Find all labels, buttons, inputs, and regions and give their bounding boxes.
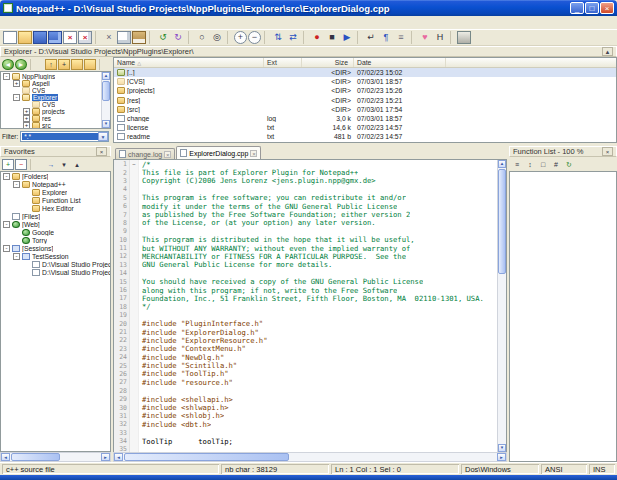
scrollbar-thumb[interactable] bbox=[102, 81, 110, 101]
function-list-item[interactable] bbox=[510, 173, 616, 182]
toolbar-separator[interactable] bbox=[149, 31, 153, 44]
link-icon[interactable]: → bbox=[45, 159, 57, 170]
code-line[interactable]: 3 Copyright (C)2006 Jens Lorenz <jens.pl… bbox=[114, 177, 497, 185]
fold-marker-icon[interactable] bbox=[130, 319, 139, 327]
undo-icon[interactable]: ↺ bbox=[156, 31, 170, 44]
copy-icon[interactable] bbox=[117, 31, 131, 44]
function-list-item[interactable] bbox=[510, 259, 616, 268]
title-bar[interactable]: Notepad++ - D:\Visual Studio Projects\Np… bbox=[0, 0, 617, 16]
toolbar-separator[interactable] bbox=[227, 31, 231, 44]
tree-expander-icon[interactable]: - bbox=[13, 253, 20, 260]
save-icon[interactable] bbox=[33, 31, 47, 44]
toolbar-separator[interactable] bbox=[95, 31, 99, 44]
fold-marker-icon[interactable] bbox=[130, 277, 139, 285]
code-line[interactable]: 34 ToolTip toolTip; bbox=[114, 437, 497, 445]
macro-stop-icon[interactable]: ■ bbox=[325, 31, 339, 44]
editor-horizontal-scrollbar[interactable]: ◄ ► bbox=[113, 452, 507, 462]
favorites-item[interactable]: - [Sessions] bbox=[1, 244, 110, 252]
up-folder-icon[interactable]: ↑ bbox=[45, 59, 57, 70]
macro-record-icon[interactable]: ● bbox=[310, 31, 324, 44]
function-list-item[interactable] bbox=[510, 182, 616, 191]
favorites-item[interactable]: Explorer bbox=[1, 188, 110, 196]
column-header[interactable]: Name △ bbox=[114, 58, 264, 67]
fold-marker-icon[interactable] bbox=[130, 294, 139, 302]
favorites-item[interactable]: Google bbox=[1, 228, 110, 236]
folder-tree-item[interactable]: - NppPlugins bbox=[1, 73, 101, 80]
scroll-down-icon[interactable]: ▼ bbox=[498, 444, 506, 452]
reload-icon[interactable]: ↻ bbox=[563, 159, 575, 170]
zoom-out-icon[interactable]: − bbox=[248, 31, 261, 44]
folder-tree-item[interactable]: + res bbox=[1, 115, 101, 122]
toolbar-separator[interactable] bbox=[411, 31, 415, 44]
fold-marker-icon[interactable] bbox=[130, 252, 139, 260]
fold-marker-icon[interactable] bbox=[130, 387, 139, 395]
code-line[interactable]: 27 #include "resource.h" bbox=[114, 378, 497, 386]
zoom-in-icon[interactable]: + bbox=[234, 31, 247, 44]
document-tab[interactable]: change.log × bbox=[115, 148, 175, 159]
function-list-item[interactable] bbox=[510, 268, 616, 277]
macro-play-icon[interactable]: ▶ bbox=[340, 31, 354, 44]
scroll-right-icon[interactable]: ► bbox=[497, 453, 506, 461]
fold-marker-icon[interactable] bbox=[130, 437, 139, 445]
code-line[interactable]: 32 #include <dbt.h> bbox=[114, 420, 497, 428]
tab-close-icon[interactable]: × bbox=[250, 150, 257, 157]
function-list-close-icon[interactable]: × bbox=[602, 147, 613, 156]
[res][interactable]: [res] <DIR> 07/02/23 15:21 bbox=[114, 96, 616, 105]
scroll-left-icon[interactable]: ◄ bbox=[114, 453, 123, 461]
license[interactable]: license txt 14,6 k 07/02/23 14:57 bbox=[114, 123, 616, 132]
function-list-item[interactable] bbox=[510, 190, 616, 199]
function-list-item[interactable] bbox=[510, 319, 616, 328]
fold-marker-icon[interactable] bbox=[130, 168, 139, 176]
[projects][interactable]: [projects] <DIR> 07/02/23 15:26 bbox=[114, 86, 616, 95]
toolbar-separator[interactable] bbox=[30, 59, 42, 70]
tree-expander-icon[interactable]: + bbox=[23, 108, 30, 115]
folder-tree-item[interactable]: + projects bbox=[1, 108, 101, 115]
close-icon[interactable]: × bbox=[63, 31, 77, 44]
fold-marker-icon[interactable] bbox=[130, 420, 139, 428]
add-favorite-icon[interactable]: + bbox=[2, 159, 14, 170]
redo-icon[interactable]: ↻ bbox=[171, 31, 185, 44]
fold-marker-icon[interactable] bbox=[130, 236, 139, 244]
folder-tree-item[interactable]: - Explorer bbox=[1, 94, 101, 101]
favorites-item[interactable]: D:\Visual Studio Projects\NppPlugin bbox=[1, 260, 110, 268]
favorites-item[interactable]: Function List bbox=[1, 196, 110, 204]
paste-icon[interactable] bbox=[132, 31, 146, 44]
scroll-left-icon[interactable]: ◄ bbox=[1, 453, 10, 461]
favorites-item[interactable]: - Notepad++ bbox=[1, 180, 110, 188]
hex-plugin-icon[interactable]: H bbox=[433, 31, 447, 44]
sync-vertical-icon[interactable]: ⇅ bbox=[271, 31, 285, 44]
fold-marker-icon[interactable] bbox=[130, 328, 139, 336]
[src][interactable]: [src] <DIR> 07/03/01 17:54 bbox=[114, 105, 616, 114]
explorer-plugin-icon[interactable]: ♥ bbox=[418, 31, 432, 44]
toolbar-separator[interactable] bbox=[303, 31, 307, 44]
fold-marker-icon[interactable] bbox=[130, 378, 139, 386]
function-list-item[interactable] bbox=[510, 233, 616, 242]
column-header[interactable]: Size bbox=[302, 58, 354, 67]
fold-marker-icon[interactable] bbox=[130, 395, 139, 403]
function-list-item[interactable] bbox=[510, 302, 616, 311]
collapse-all-icon[interactable]: ▴ bbox=[71, 159, 83, 170]
fold-marker-icon[interactable] bbox=[130, 412, 139, 420]
fold-marker-icon[interactable] bbox=[130, 429, 139, 437]
fold-marker-icon[interactable] bbox=[130, 269, 139, 277]
tree-expander-icon[interactable]: + bbox=[23, 122, 30, 128]
fold-marker-icon[interactable] bbox=[130, 177, 139, 185]
favorite-folder-icon[interactable] bbox=[84, 59, 96, 70]
fold-marker-icon[interactable]: − bbox=[130, 160, 139, 168]
code-line[interactable]: 8 of the License, or (at your option) an… bbox=[114, 219, 497, 227]
sort-icon[interactable]: ≡ bbox=[511, 159, 523, 170]
close-all-icon[interactable]: × bbox=[78, 31, 92, 44]
fold-marker-icon[interactable] bbox=[130, 361, 139, 369]
scroll-up-icon[interactable]: ▲ bbox=[102, 72, 110, 80]
collapse-dock-icon[interactable]: ▲ bbox=[602, 47, 613, 56]
indent-guide-icon[interactable]: ≡ bbox=[394, 31, 408, 44]
favorites-item[interactable]: - TestSession bbox=[1, 252, 110, 260]
code-line[interactable]: 17 Foundation, Inc., 51 Franklin Street,… bbox=[114, 294, 497, 302]
favorites-item[interactable]: - [Folders] bbox=[1, 172, 110, 180]
function-list-item[interactable] bbox=[510, 225, 616, 234]
favorites-item[interactable]: [Files] bbox=[1, 212, 110, 220]
show-all-chars-icon[interactable]: ¶ bbox=[379, 31, 393, 44]
print-icon[interactable] bbox=[457, 31, 471, 44]
fold-marker-icon[interactable] bbox=[130, 194, 139, 202]
favorites-item[interactable]: Hex Editor bbox=[1, 204, 110, 212]
